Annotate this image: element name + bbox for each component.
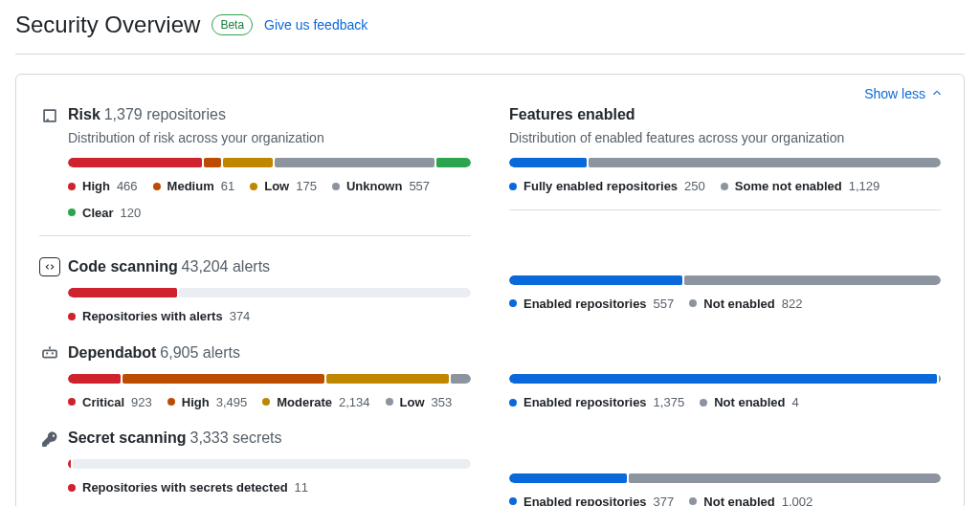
secret-scanning-title: Secret scanning	[68, 429, 187, 446]
legend-dot	[332, 183, 340, 190]
bar-segment	[68, 374, 121, 384]
code-scanning-bar	[68, 288, 471, 297]
legend-item[interactable]: High466	[68, 177, 138, 196]
secret-scanning-enabled-section: Enabled repositories377Not enabled1,002	[509, 414, 941, 507]
bar-segment	[509, 275, 682, 285]
legend-value: 923	[131, 393, 152, 412]
dependabot-enabled-legend: Enabled repositories1,375Not enabled4	[509, 393, 941, 412]
legend-label: Clear	[82, 204, 114, 223]
risk-subtitle: Distribution of risk across your organiz…	[68, 128, 471, 148]
bar-segment	[122, 374, 323, 384]
secret-scanning-section: Secret scanning 3,333 secrets Repositori…	[39, 413, 471, 497]
legend-dot	[68, 484, 76, 492]
legend-dot	[689, 497, 697, 505]
legend-label: Fully enabled repositories	[523, 177, 678, 196]
legend-value: 1,129	[849, 177, 880, 196]
bar-segment	[436, 158, 471, 167]
legend-item[interactable]: Critical923	[68, 393, 152, 412]
security-overview-card: Show less Risk 1,379 repositories Distri…	[15, 74, 965, 506]
legend-value: 1,375	[654, 393, 685, 412]
legend-label: Low	[400, 393, 425, 412]
secret-scanning-enabled-bar	[509, 473, 941, 483]
legend-label: Enabled repositories	[523, 295, 647, 314]
features-subtitle: Distribution of enabled features across …	[509, 128, 941, 148]
code-scanning-section: Code scanning 43,204 alerts Repositories…	[39, 242, 471, 326]
bar-segment	[939, 374, 941, 384]
legend-value: 11	[295, 478, 308, 497]
legend-dot	[250, 183, 257, 190]
bar-segment-remainder	[179, 288, 471, 297]
secret-scanning-bar	[68, 459, 471, 469]
legend-value: 61	[221, 177, 234, 196]
legend-dot	[262, 398, 270, 406]
legend-item[interactable]: Not enabled4	[700, 393, 799, 412]
bar-segment	[509, 374, 937, 384]
risk-bar	[68, 158, 471, 167]
show-less-toggle[interactable]: Show less	[864, 84, 943, 104]
legend-dot	[700, 399, 707, 407]
legend-dot	[689, 299, 697, 307]
chevron-up-icon	[931, 84, 943, 104]
dependabot-title: Dependabot	[68, 344, 156, 361]
bar-segment	[275, 158, 434, 167]
bar-segment	[629, 473, 941, 483]
legend-item[interactable]: Enabled repositories377	[509, 493, 674, 507]
legend-item[interactable]: Moderate2,134	[262, 393, 369, 412]
legend-label: Repositories with secrets detected	[82, 478, 288, 497]
repo-icon	[39, 105, 60, 126]
legend-value: 374	[230, 307, 251, 326]
legend-item[interactable]: Repositories with alerts374	[68, 307, 250, 326]
show-less-label: Show less	[864, 84, 925, 104]
dependabot-icon	[39, 343, 60, 364]
legend-label: Not enabled	[703, 493, 774, 507]
legend-value: 822	[782, 295, 803, 314]
bar-segment	[684, 275, 941, 285]
legend-value: 1,002	[782, 493, 813, 507]
legend-dot	[509, 299, 517, 307]
legend-label: Not enabled	[714, 393, 785, 412]
legend-label: Critical	[82, 393, 124, 412]
legend-value: 175	[296, 177, 317, 196]
features-bar	[509, 158, 941, 167]
dependabot-legend: Critical923High3,495Moderate2,134Low353	[68, 393, 471, 412]
legend-dot	[68, 398, 76, 406]
legend-label: Enabled repositories	[523, 493, 647, 507]
legend-item[interactable]: High3,495	[167, 393, 247, 412]
secret-scanning-legend: Repositories with secrets detected11	[68, 478, 471, 497]
legend-dot	[509, 183, 517, 190]
legend-dot	[167, 398, 175, 406]
legend-label: High	[82, 177, 110, 196]
legend-item[interactable]: Clear120	[68, 204, 141, 223]
bar-segment	[509, 473, 627, 483]
code-scanning-enabled-bar	[509, 275, 941, 285]
legend-label: Repositories with alerts	[82, 307, 223, 326]
code-scanning-title: Code scanning	[68, 258, 178, 275]
legend-item[interactable]: Low175	[250, 177, 317, 196]
risk-title: Risk	[68, 106, 100, 122]
legend-label: Moderate	[277, 393, 332, 412]
legend-item[interactable]: Not enabled822	[689, 295, 802, 314]
legend-item[interactable]: Repositories with secrets detected11	[68, 478, 308, 497]
legend-value: 250	[684, 177, 705, 196]
legend-item[interactable]: Fully enabled repositories250	[509, 177, 705, 196]
dependabot-bar	[68, 374, 471, 384]
legend-item[interactable]: Low353	[386, 393, 453, 412]
legend-item[interactable]: Some not enabled1,129	[721, 177, 880, 196]
legend-item[interactable]: Enabled repositories557	[509, 295, 674, 314]
legend-value: 120	[121, 204, 142, 223]
risk-count: 1,379 repositories	[104, 106, 226, 122]
legend-item[interactable]: Medium61	[153, 177, 235, 196]
legend-item[interactable]: Enabled repositories1,375	[509, 393, 684, 412]
legend-dot	[68, 313, 76, 320]
legend-item[interactable]: Not enabled1,002	[689, 493, 813, 507]
legend-label: Some not enabled	[735, 177, 842, 196]
secret-scanning-count: 3,333 secrets	[190, 429, 282, 446]
bar-segment	[68, 459, 71, 469]
risk-section: Risk 1,379 repositories Distribution of …	[39, 90, 471, 222]
risk-legend: High466Medium61Low175Unknown557Clear120	[68, 177, 471, 222]
legend-item[interactable]: Unknown557	[332, 177, 430, 196]
feedback-link[interactable]: Give us feedback	[264, 15, 368, 35]
bar-segment	[68, 288, 177, 297]
bar-segment	[68, 158, 202, 167]
legend-dot	[509, 497, 517, 505]
